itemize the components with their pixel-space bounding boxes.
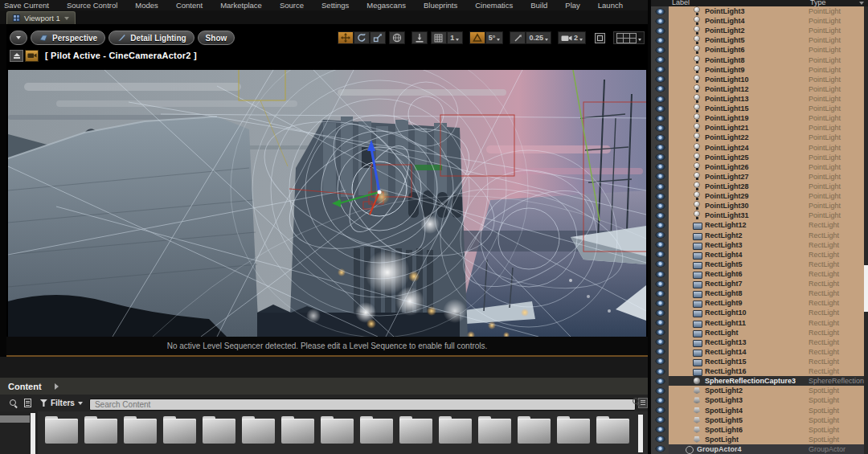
menu-item[interactable]: Megascans (366, 1, 406, 10)
folder-icon[interactable] (281, 416, 314, 444)
surface-snap-button[interactable] (411, 31, 428, 44)
folder-icon[interactable] (84, 416, 117, 444)
visibility-toggle[interactable] (651, 405, 669, 415)
visibility-toggle[interactable] (651, 26, 669, 35)
folder-icon[interactable] (518, 416, 551, 444)
menu-item[interactable]: Content (176, 1, 203, 10)
outliner-row[interactable]: PointLight27 PointLight (651, 172, 868, 182)
visibility-toggle[interactable] (651, 328, 669, 337)
outliner-row[interactable]: PointLight12 PointLight (651, 84, 868, 94)
outliner-row[interactable]: RectLight11 RectLight (651, 318, 868, 328)
rotate-tool-button[interactable] (354, 31, 370, 44)
search-content-input[interactable] (89, 399, 636, 411)
outliner-row[interactable]: PointLight9 PointLight (651, 65, 868, 75)
outliner-row[interactable]: PointLight8 PointLight (651, 55, 868, 65)
outliner-row[interactable]: PointLight25 PointLight (651, 153, 868, 162)
outliner-row[interactable]: RectLight9 RectLight (651, 298, 868, 308)
tab-caret-icon[interactable] (64, 17, 69, 20)
visibility-toggle[interactable] (651, 298, 669, 308)
visibility-toggle[interactable] (651, 347, 669, 357)
scale-snap-button[interactable] (510, 31, 526, 44)
outliner-row[interactable]: RectLight5 RectLight (651, 260, 868, 269)
menu-item[interactable]: Play (565, 1, 579, 10)
visibility-toggle[interactable] (651, 45, 669, 55)
folder-icon[interactable] (45, 416, 78, 444)
outliner-row[interactable]: RectLight RectLight (651, 328, 868, 337)
outliner-row[interactable]: SpotLight5 SpotLight (651, 415, 868, 425)
visibility-toggle[interactable] (651, 84, 669, 94)
menu-item[interactable]: Cinematics (475, 1, 513, 10)
outliner-row[interactable]: PointLight29 PointLight (651, 191, 868, 201)
outliner-row[interactable]: RectLight13 RectLight (651, 337, 868, 347)
visibility-toggle[interactable] (651, 35, 669, 45)
visibility-toggle[interactable] (651, 55, 669, 65)
visibility-toggle[interactable] (651, 201, 669, 211)
visibility-toggle[interactable] (651, 279, 669, 288)
viewport-options-button[interactable] (10, 31, 27, 45)
visibility-toggle[interactable] (651, 113, 669, 123)
eject-pilot-button[interactable] (10, 50, 23, 62)
visibility-toggle[interactable] (651, 288, 669, 298)
folder-icon[interactable] (242, 416, 275, 444)
visibility-toggle[interactable] (651, 6, 669, 16)
visibility-toggle[interactable] (651, 444, 669, 454)
menu-item[interactable]: Marketplace (220, 1, 262, 10)
sources-scrollbar[interactable] (31, 413, 35, 454)
visibility-toggle[interactable] (651, 357, 669, 366)
visibility-toggle[interactable] (651, 260, 669, 269)
grid-snap-value-button[interactable]: 1 (447, 31, 463, 44)
show-button[interactable]: Show (198, 31, 235, 45)
menu-item[interactable]: Settings (321, 1, 349, 10)
visibility-toggle[interactable] (651, 220, 669, 230)
outliner-row[interactable]: RectLight15 RectLight (651, 357, 868, 366)
outliner-scrollbar-track[interactable] (864, 6, 868, 454)
visibility-toggle[interactable] (651, 425, 669, 435)
menu-item[interactable]: Source Control (67, 1, 117, 10)
folder-icon[interactable] (557, 416, 590, 444)
outliner-row[interactable]: RectLight8 RectLight (651, 288, 868, 298)
outliner-scrollbar-thumb[interactable] (864, 265, 868, 312)
outliner-row[interactable]: SphereReflectionCapture3 SphereReflectio… (651, 376, 868, 386)
outliner-row[interactable]: PointLight15 PointLight (651, 104, 868, 113)
column-header-label[interactable]: Label (672, 0, 690, 6)
world-coord-button[interactable] (389, 31, 405, 44)
column-header-type[interactable]: Type (810, 0, 826, 6)
outliner-row[interactable]: PointLight4 PointLight (651, 16, 868, 26)
find-asset-button[interactable] (8, 398, 19, 409)
outliner-row[interactable]: PointLight21 PointLight (651, 123, 868, 133)
visibility-toggle[interactable] (651, 143, 669, 153)
menu-item[interactable]: Modes (135, 1, 158, 10)
scale-snap-value-button[interactable]: 0.25 (526, 31, 551, 44)
menu-item[interactable]: Build (530, 1, 547, 10)
visibility-toggle[interactable] (651, 395, 669, 405)
visibility-toggle[interactable] (651, 318, 669, 328)
move-tool-button[interactable] (338, 31, 354, 44)
viewport-scene[interactable] (8, 70, 646, 337)
visibility-toggle[interactable] (651, 211, 669, 220)
outliner-row[interactable]: RectLight16 RectLight (651, 366, 868, 376)
visibility-toggle[interactable] (651, 133, 669, 142)
visibility-toggle[interactable] (651, 435, 669, 444)
camera-speed-button[interactable]: 2 (558, 31, 586, 44)
menu-item[interactable]: Blueprints (424, 1, 457, 10)
visibility-toggle[interactable] (651, 366, 669, 376)
outliner-row[interactable]: PointLight26 PointLight (651, 162, 868, 172)
outliner-row[interactable]: SpotLight6 SpotLight (651, 425, 868, 435)
breadcrumb-content[interactable]: Content (8, 382, 42, 391)
visibility-toggle[interactable] (651, 269, 669, 279)
viewport-layout-button[interactable] (613, 31, 645, 44)
sources-item[interactable] (0, 415, 30, 423)
pilot-camera-button[interactable] (25, 50, 39, 62)
menu-item[interactable]: Source (280, 1, 304, 10)
visibility-toggle[interactable] (651, 182, 669, 191)
visibility-toggle[interactable] (651, 16, 669, 26)
outliner-row[interactable]: RectLight12 RectLight (651, 220, 868, 230)
visibility-toggle[interactable] (651, 75, 669, 84)
folder-icon[interactable] (360, 416, 393, 444)
visibility-toggle[interactable] (651, 240, 669, 250)
outliner-row[interactable]: PointLight3 PointLight (651, 6, 868, 16)
folder-icon[interactable] (321, 416, 354, 444)
outliner-row[interactable]: RectLight6 RectLight (651, 269, 868, 279)
visibility-toggle[interactable] (651, 250, 669, 260)
content-scrollbar[interactable] (638, 415, 643, 452)
